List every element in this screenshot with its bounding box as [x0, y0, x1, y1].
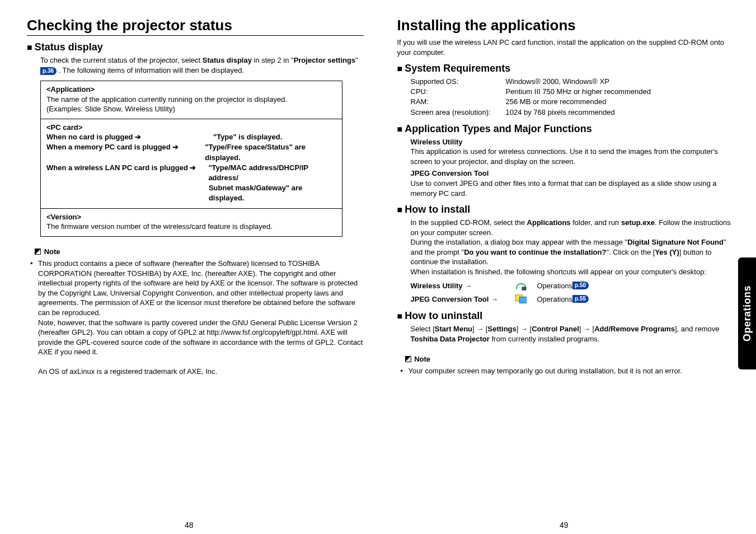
uninstall-body: Select [Start Menu] → [Settings] → [Cont… — [411, 324, 734, 344]
shortcut-jpeg-tool: JPEG Conversion Tool → Operations p.55 — [411, 293, 734, 305]
left-note-item: This product contains a piece of softwar… — [30, 259, 364, 377]
page-number-left: 48 — [185, 521, 194, 530]
page-number-right: 49 — [560, 521, 569, 530]
box-version: <Version> The firmware version number of… — [41, 209, 342, 236]
uninstall-heading: ■How to uninstall — [397, 310, 734, 322]
square-bullet-icon: ■ — [27, 43, 32, 52]
sysreq-table: Supported OS:Windows® 2000, Windows® XP … — [411, 77, 734, 118]
note-icon — [405, 356, 411, 362]
square-bullet-icon: ■ — [397, 205, 403, 214]
square-bullet-icon: ■ — [397, 311, 403, 321]
left-note-heading: Note — [35, 247, 364, 257]
svg-rect-2 — [519, 297, 527, 303]
install-heading: ■How to install — [397, 204, 734, 216]
left-page: Checking the projector status ■Status di… — [22, 17, 364, 377]
status-info-box: <Application> The name of the applicatio… — [40, 81, 342, 237]
box-pccard: <PC card> When no card is plugged ➔"Type… — [41, 119, 342, 209]
apps-heading: ■Application Types and Major Functions — [397, 123, 734, 135]
install-body: In the supplied CD-ROM, select the Appli… — [411, 218, 734, 305]
shortcut-wireless-utility: Wireless Utility → Operations p.50 — [411, 280, 734, 291]
right-page: Installing the applications If you will … — [397, 17, 734, 377]
right-note-heading: Note — [405, 354, 734, 364]
status-display-intro: To check the current status of the proje… — [40, 55, 364, 75]
wireless-utility-icon — [515, 280, 527, 291]
right-note-list: Your computer screen may temporarily go … — [401, 366, 734, 376]
left-note-list: This product contains a piece of softwar… — [30, 259, 364, 377]
status-display-heading: ■Status display — [27, 41, 364, 53]
box-application: <Application> The name of the applicatio… — [41, 81, 342, 119]
right-intro: If you will use the wireless LAN PC card… — [397, 38, 734, 57]
svg-rect-0 — [522, 287, 525, 290]
page-ref-55: p.55 — [572, 295, 589, 303]
jpeg-conversion-tool-icon — [515, 293, 527, 305]
right-note-item: Your computer screen may temporarily go … — [401, 366, 734, 376]
side-tab-operations: Operations — [738, 257, 756, 369]
right-title: Installing the applications — [397, 17, 734, 34]
page-ref-50: p.50 — [572, 282, 589, 289]
left-title: Checking the projector status — [27, 17, 364, 36]
sysreq-heading: ■System Requirements — [397, 63, 734, 74]
note-icon — [35, 249, 41, 255]
square-bullet-icon: ■ — [397, 124, 403, 134]
square-bullet-icon: ■ — [397, 64, 403, 73]
apps-body: Wireless Utility This application is use… — [411, 137, 734, 198]
page-ref-36: p.36 — [40, 67, 57, 75]
